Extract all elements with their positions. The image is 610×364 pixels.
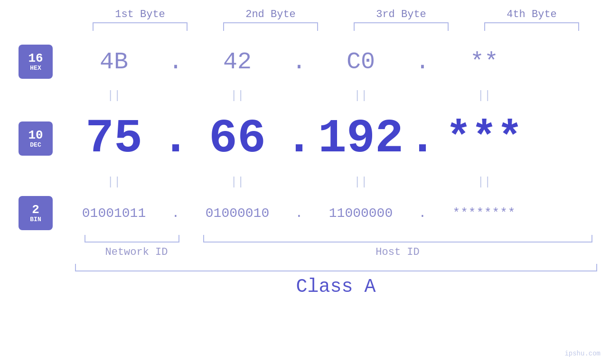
bin-b2-value: 01000010 bbox=[206, 206, 269, 221]
hex-b3-value: C0 bbox=[347, 48, 375, 75]
eq2-b3: || bbox=[309, 176, 413, 188]
eq2-badge-spacer bbox=[9, 169, 62, 194]
dot-bin-2: . bbox=[290, 206, 309, 221]
netid-bracket bbox=[84, 235, 179, 243]
hex-b2-cell: 42 bbox=[185, 48, 290, 75]
dot-bin-3: . bbox=[413, 206, 432, 221]
badges-column: 16 HEX 10 DEC 2 BIN bbox=[0, 36, 62, 232]
dot-dec-2: . bbox=[290, 112, 309, 166]
hex-b1-value: 4B bbox=[100, 48, 128, 75]
byte-headers-row: 1st Byte 2nd Byte 3rd Byte 4th Byte bbox=[75, 9, 597, 20]
hostid-bracket bbox=[203, 235, 592, 243]
byte3-header: 3rd Byte bbox=[349, 9, 453, 20]
dec-b3-value: 192 bbox=[318, 112, 404, 166]
main-grid: 16 HEX 10 DEC 2 BIN bbox=[0, 36, 610, 232]
bracket-byte4 bbox=[484, 22, 579, 31]
bracket-byte1 bbox=[93, 22, 188, 31]
bin-b4-cell: ******** bbox=[432, 206, 536, 220]
eq1-b4: || bbox=[432, 89, 536, 102]
bracket-byte3 bbox=[354, 22, 449, 31]
eq1-badge-spacer bbox=[9, 83, 62, 108]
main-container: 1st Byte 2nd Byte 3rd Byte 4th Byte 16 H… bbox=[0, 0, 610, 364]
hex-b1-cell: 4B bbox=[62, 48, 166, 75]
dec-badge-number: 10 bbox=[28, 129, 43, 142]
byte1-header: 1st Byte bbox=[88, 9, 192, 20]
hex-badge: 16 HEX bbox=[19, 45, 53, 79]
dot-hex-3: . bbox=[413, 48, 432, 75]
hex-b4-value: ** bbox=[470, 48, 498, 75]
bin-b4-value: ******** bbox=[453, 206, 516, 220]
byte2-header: 2nd Byte bbox=[218, 9, 323, 20]
bracket-byte2 bbox=[223, 22, 318, 31]
hex-badge-label: HEX bbox=[30, 65, 41, 72]
class-bracket bbox=[75, 264, 597, 271]
host-id-label: Host ID bbox=[375, 246, 419, 258]
class-label: Class A bbox=[296, 276, 375, 298]
eq1-b2: || bbox=[185, 89, 290, 102]
dot-dec-1: . bbox=[166, 112, 185, 166]
watermark: ipshu.com bbox=[564, 350, 601, 357]
dot-hex-1: . bbox=[166, 48, 185, 75]
top-brackets bbox=[75, 22, 597, 31]
eq2-b2: || bbox=[185, 176, 290, 188]
bytes-area: 4B . 42 . C0 . ** bbox=[62, 36, 610, 232]
dec-badge-row: 10 DEC bbox=[9, 108, 62, 169]
bin-badge-number: 2 bbox=[32, 203, 39, 217]
dot-bin-1: . bbox=[166, 206, 185, 221]
hex-b2-value: 42 bbox=[223, 48, 252, 75]
bin-badge-row: 2 BIN bbox=[9, 194, 62, 232]
bottom-brackets-area bbox=[75, 235, 597, 243]
bin-row: 01001011 . 01000010 . 11000000 . bbox=[62, 194, 610, 232]
eq2-b1: || bbox=[62, 176, 166, 188]
bin-b2-cell: 01000010 bbox=[185, 206, 290, 221]
hex-row: 4B . 42 . C0 . ** bbox=[62, 40, 610, 83]
hex-b3-cell: C0 bbox=[309, 48, 413, 75]
class-label-row: Class A bbox=[75, 276, 597, 298]
bin-b1-value: 01001011 bbox=[82, 206, 146, 221]
dec-b1-value: 75 bbox=[85, 112, 142, 166]
eq-row-2: || || || || bbox=[62, 169, 610, 194]
eq-row-1: || || || || bbox=[62, 83, 610, 108]
hex-badge-number: 16 bbox=[28, 52, 43, 65]
dec-b1-cell: 75 bbox=[62, 112, 166, 166]
hex-badge-row: 16 HEX bbox=[9, 40, 62, 83]
eq1-b1: || bbox=[62, 89, 166, 102]
dec-b2-value: 66 bbox=[209, 112, 266, 166]
network-host-labels: Network ID Host ID bbox=[75, 246, 597, 258]
dot-hex-2: . bbox=[290, 48, 309, 75]
byte4-header: 4th Byte bbox=[479, 9, 584, 20]
bin-badge: 2 BIN bbox=[19, 196, 53, 230]
hex-b4-cell: ** bbox=[432, 48, 536, 75]
dec-badge: 10 DEC bbox=[19, 121, 53, 156]
class-bracket-row bbox=[75, 264, 597, 271]
dec-b4-value: *** bbox=[446, 114, 523, 163]
bin-b1-cell: 01001011 bbox=[62, 206, 166, 221]
bin-b3-value: 11000000 bbox=[329, 206, 393, 221]
eq1-b3: || bbox=[309, 89, 413, 102]
dec-b3-cell: 192 bbox=[309, 112, 413, 166]
bin-badge-label: BIN bbox=[30, 216, 41, 223]
dot-dec-3: . bbox=[413, 112, 432, 166]
dec-b2-cell: 66 bbox=[185, 112, 290, 166]
bin-b3-cell: 11000000 bbox=[309, 206, 413, 221]
network-id-label: Network ID bbox=[105, 246, 168, 258]
dec-row: 75 . 66 . 192 . *** bbox=[62, 108, 610, 169]
dec-b4-cell: *** bbox=[432, 114, 536, 163]
dec-badge-label: DEC bbox=[30, 142, 41, 149]
eq2-b4: || bbox=[432, 176, 536, 188]
